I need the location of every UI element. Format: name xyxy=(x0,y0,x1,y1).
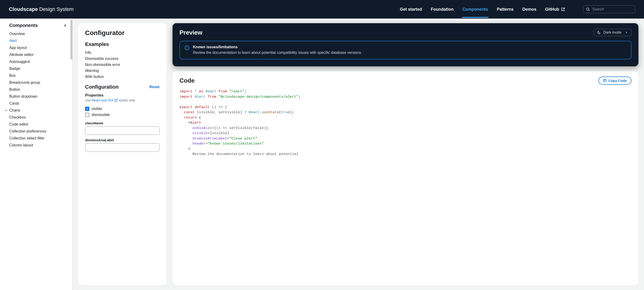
sidebar-item-label: Badge xyxy=(9,67,20,71)
example-list: InfoDismissible successNon-dismissible e… xyxy=(85,50,160,80)
example-item[interactable]: Dismissible success xyxy=(85,56,160,62)
sidebar-item-label: Charts xyxy=(9,108,20,112)
preview-panel: Preview Dark mode ▼ i Known issues/limit… xyxy=(172,23,638,66)
hint-prefix: Use xyxy=(85,98,92,102)
search-icon xyxy=(586,7,590,11)
sidebar-item[interactable]: Cards xyxy=(9,100,68,107)
sidebar-item[interactable]: Charts xyxy=(9,107,68,114)
brand-bold: Cloudscape xyxy=(9,6,38,12)
configurator-title: Configurator xyxy=(85,29,160,37)
main-area: Configurator Examples InfoDismissible su… xyxy=(72,18,644,290)
svg-rect-1 xyxy=(604,80,606,82)
top-header: Cloudscape Design System Get started Fou… xyxy=(0,0,644,18)
sidebar-item[interactable]: Overview xyxy=(9,30,68,37)
chevron-down-icon: ▼ xyxy=(625,31,628,34)
sidebar-item[interactable]: Code editor xyxy=(9,121,68,128)
visible-checkbox-row[interactable]: visible xyxy=(85,106,160,112)
sidebar-item-label: Button xyxy=(9,87,20,91)
sidebar-title-row: Components xyxy=(9,23,68,28)
hint-suffix: syntax only. xyxy=(118,98,136,102)
alert-body: Review the documentation to learn about … xyxy=(193,50,362,55)
right-column: Preview Dark mode ▼ i Known issues/limit… xyxy=(172,23,638,285)
sidebar-item[interactable]: Collection preferences xyxy=(9,128,68,135)
info-icon: i xyxy=(184,45,189,50)
external-link-icon xyxy=(114,99,118,102)
alert-content: Known issues/limitations Review the docu… xyxy=(193,45,362,55)
sidebar-item[interactable]: Box xyxy=(9,72,68,79)
hint-link[interactable]: React and JSX xyxy=(92,98,118,102)
visible-label: visible xyxy=(92,107,102,111)
alert-header: Known issues/limitations xyxy=(193,45,362,49)
example-item[interactable]: With button xyxy=(85,74,160,80)
sidebar-item[interactable]: Autosuggest xyxy=(9,58,68,65)
external-link-icon xyxy=(561,7,565,11)
sidebar-item-label: Breadcrumb group xyxy=(9,81,40,84)
nav-components[interactable]: Components xyxy=(462,1,488,18)
code-head: Code Copy Code xyxy=(180,77,632,85)
search-box[interactable] xyxy=(583,5,635,13)
sidebar-item[interactable]: Attribute editor xyxy=(9,51,68,58)
dismissible-checkbox-row[interactable]: dismissible xyxy=(85,112,160,118)
nav-patterns[interactable]: Patterns xyxy=(497,1,514,18)
sidebar-item-label: Attribute editor xyxy=(9,53,34,57)
sidebar-item-label: App layout xyxy=(9,46,27,50)
scrollbar[interactable] xyxy=(70,20,72,59)
example-item[interactable]: Warning xyxy=(85,68,160,74)
sidebar-item[interactable]: Collection select filter xyxy=(9,135,68,142)
sidebar-item-label: Checkbox xyxy=(9,115,26,119)
sidebar-item[interactable]: Alert xyxy=(9,37,68,44)
dismissarialabel-input[interactable] xyxy=(85,143,160,152)
classname-label: className xyxy=(85,121,160,125)
properties-heading: Properties xyxy=(85,93,160,97)
sidebar-title: Components xyxy=(9,23,38,28)
sidebar-item-label: Button dropdown xyxy=(9,94,38,98)
sidebar-item[interactable]: App layout xyxy=(9,44,68,51)
nav-github[interactable]: GitHub xyxy=(545,1,565,18)
properties-hint: Use React and JSX syntax only. xyxy=(85,98,160,102)
code-block[interactable]: import * as React from "react"; import A… xyxy=(180,89,632,156)
sidebar-item-label: Collection select filter xyxy=(9,136,44,140)
brand[interactable]: Cloudscape Design System xyxy=(9,6,74,12)
code-panel: Code Copy Code import * as React from "r… xyxy=(172,71,638,285)
preview-head: Preview Dark mode ▼ xyxy=(180,29,632,36)
sidebar-item-label: Overview xyxy=(9,32,25,36)
sidebar-item-label: Autosuggest xyxy=(9,60,30,64)
visible-checkbox[interactable] xyxy=(85,107,89,111)
example-item[interactable]: Non-dismissible error xyxy=(85,62,160,68)
theme-mode-select[interactable]: Dark mode ▼ xyxy=(594,29,632,36)
dismissible-label: dismissible xyxy=(92,113,110,117)
dismissible-checkbox[interactable] xyxy=(85,113,89,117)
alert: i Known issues/limitations Review the do… xyxy=(180,41,632,59)
preview-title: Preview xyxy=(180,29,202,36)
hint-link-text: React and JSX xyxy=(92,98,114,102)
top-nav: Get started Foundation Components Patter… xyxy=(400,1,635,18)
classname-input[interactable] xyxy=(85,127,160,135)
sidebar-item-label: Box xyxy=(9,74,16,77)
sidebar-item[interactable]: Button xyxy=(9,86,68,93)
sidebar-item[interactable]: Column layout xyxy=(9,142,68,149)
configuration-heading: Configuration xyxy=(85,84,118,90)
svg-point-0 xyxy=(586,8,589,10)
reset-link[interactable]: Reset xyxy=(149,85,160,89)
code-title: Code xyxy=(180,77,194,84)
sidebar-item[interactable]: Breadcrumb group xyxy=(9,79,68,86)
sidebar: Components OverviewAlertApp layoutAttrib… xyxy=(0,18,72,290)
copy-code-button[interactable]: Copy Code xyxy=(598,77,632,85)
nav-get-started[interactable]: Get started xyxy=(400,1,422,18)
nav-foundation[interactable]: Foundation xyxy=(431,1,454,18)
sidebar-item[interactable]: Checkbox xyxy=(9,114,68,121)
brand-rest: Design System xyxy=(39,6,74,12)
nav-github-label: GitHub xyxy=(545,7,559,11)
sidebar-item[interactable]: Badge xyxy=(9,65,68,72)
sidebar-item-label: Code editor xyxy=(9,122,28,126)
copy-code-label: Copy Code xyxy=(608,79,627,83)
sidebar-item-label: Alert xyxy=(9,39,17,43)
sidebar-item[interactable]: Button dropdown xyxy=(9,93,68,100)
dismissarialabel-label: dismissAriaLabel xyxy=(85,138,160,142)
search-input[interactable] xyxy=(592,7,639,11)
example-item[interactable]: Info xyxy=(85,50,160,56)
nav-demos[interactable]: Demos xyxy=(522,1,536,18)
sidebar-item-label: Column layout xyxy=(9,143,33,147)
sidebar-item-label: Cards xyxy=(9,101,19,105)
collapse-sidebar-icon[interactable] xyxy=(64,24,67,27)
